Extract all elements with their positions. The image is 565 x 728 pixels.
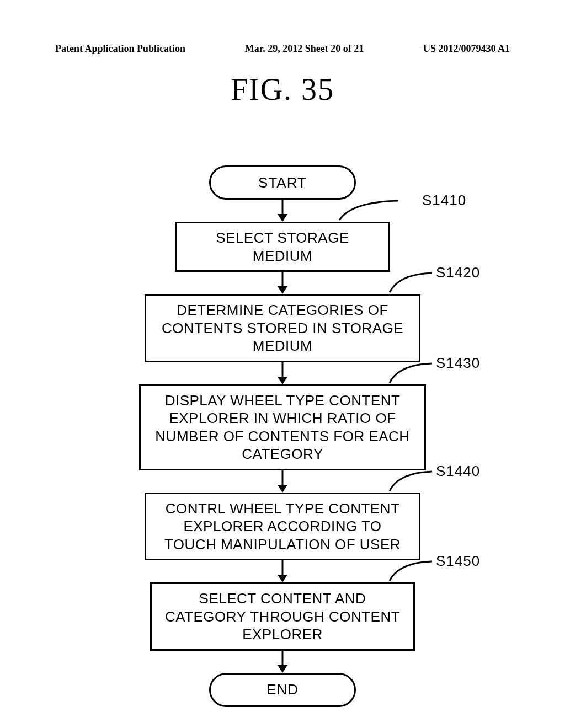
arrow: S1410 [0, 200, 565, 222]
arrow [0, 651, 565, 673]
figure-title: FIG. 35 [0, 72, 565, 107]
terminator-end: END [209, 673, 356, 707]
flowchart: START S1410 SELECT STORAGE MEDIUM S1420 [0, 165, 565, 707]
step-box-4: CONTRL WHEEL TYPE CONTENT EXPLORER ACCOR… [145, 493, 420, 561]
arrow: S1440 [0, 470, 565, 493]
step-box-2: DETERMINE CATEGORIES OF CONTENTS STORED … [145, 294, 420, 362]
step-label-1: S1410 [422, 192, 466, 209]
terminator-start: START [209, 165, 356, 200]
step-label-2: S1420 [436, 264, 480, 281]
step-label-5: S1450 [436, 553, 480, 570]
arrow: S1420 [0, 272, 565, 294]
patent-page: Patent Application Publication Mar. 29, … [0, 0, 565, 728]
step-label-4: S1440 [436, 463, 480, 480]
arrow: S1430 [0, 362, 565, 384]
header-right: US 2012/0079430 A1 [423, 43, 510, 55]
header-left: Patent Application Publication [55, 43, 185, 55]
page-header: Patent Application Publication Mar. 29, … [55, 43, 510, 55]
arrow: S1450 [0, 560, 565, 582]
step-box-3: DISPLAY WHEEL TYPE CONTENT EXPLORER IN W… [139, 384, 426, 470]
step-label-3: S1430 [436, 355, 480, 372]
header-center: Mar. 29, 2012 Sheet 20 of 21 [245, 43, 364, 55]
step-box-1: SELECT STORAGE MEDIUM [175, 222, 390, 272]
step-box-5: SELECT CONTENT AND CATEGORY THROUGH CONT… [150, 582, 415, 651]
